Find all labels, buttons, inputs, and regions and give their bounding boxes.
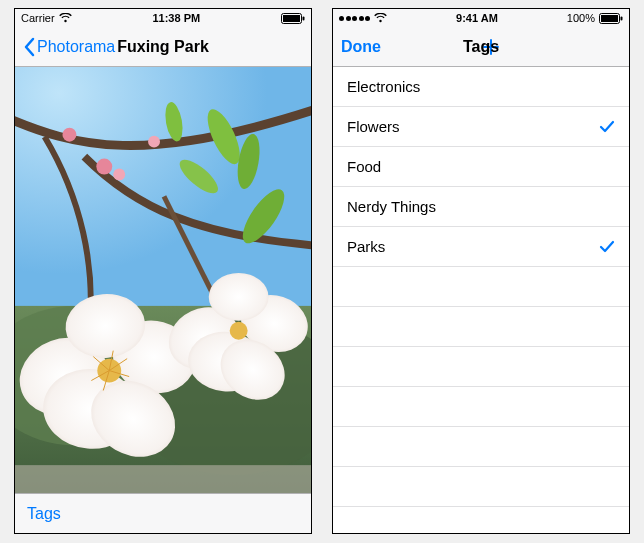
check-icon xyxy=(599,240,615,254)
phone-right: 9:41 AM 100% Done Tags ElectronicsFlower… xyxy=(332,8,630,534)
tag-row-empty xyxy=(333,267,629,307)
check-icon xyxy=(599,120,615,134)
svg-point-33 xyxy=(209,273,269,321)
svg-rect-37 xyxy=(621,16,623,20)
battery-pct-label: 100% xyxy=(567,12,595,24)
carrier-label: Carrier xyxy=(21,12,55,24)
svg-point-14 xyxy=(113,169,125,181)
photo-image xyxy=(15,67,311,493)
wifi-icon xyxy=(59,13,72,23)
chevron-left-icon xyxy=(23,37,35,57)
status-bar: Carrier 11:38 PM xyxy=(15,9,311,27)
tag-label: Parks xyxy=(347,238,385,255)
tag-label: Flowers xyxy=(347,118,400,135)
back-label: Photorama xyxy=(37,38,115,56)
svg-rect-36 xyxy=(601,15,618,22)
tag-row[interactable]: Nerdy Things xyxy=(333,187,629,227)
svg-rect-1 xyxy=(283,15,300,22)
tag-row-empty xyxy=(333,387,629,427)
tag-label: Electronics xyxy=(347,78,420,95)
svg-point-16 xyxy=(148,136,160,148)
svg-point-13 xyxy=(96,159,112,175)
toolbar: Tags xyxy=(15,493,311,533)
tag-row-empty xyxy=(333,347,629,387)
svg-rect-7 xyxy=(15,465,311,493)
nav-bar: Photorama Fuxing Park xyxy=(15,27,311,67)
tag-row[interactable]: Electronics xyxy=(333,67,629,107)
tags-button[interactable]: Tags xyxy=(27,505,61,523)
tag-row[interactable]: Flowers xyxy=(333,107,629,147)
done-button[interactable]: Done xyxy=(341,38,421,56)
status-left: Carrier xyxy=(21,12,72,24)
status-right: 100% xyxy=(567,12,623,24)
svg-point-34 xyxy=(230,322,248,340)
battery-icon xyxy=(599,13,623,24)
nav-bar: Done Tags xyxy=(333,27,629,67)
status-time: 9:41 AM xyxy=(387,12,567,24)
status-bar: 9:41 AM 100% xyxy=(333,9,629,27)
back-button[interactable]: Photorama xyxy=(23,37,115,57)
tag-label: Food xyxy=(347,158,381,175)
status-left xyxy=(339,13,387,23)
status-time: 11:38 PM xyxy=(72,12,281,24)
tag-row-empty xyxy=(333,427,629,467)
done-label: Done xyxy=(341,38,381,56)
signal-dots-icon xyxy=(339,16,370,21)
tag-label: Nerdy Things xyxy=(347,198,436,215)
status-right xyxy=(281,13,305,24)
tag-row[interactable]: Parks xyxy=(333,227,629,267)
tag-row-empty xyxy=(333,307,629,347)
phone-left: Carrier 11:38 PM Photorama Fuxing Park xyxy=(14,8,312,534)
tags-list[interactable]: ElectronicsFlowersFoodNerdy ThingsParks xyxy=(333,67,629,533)
tag-row-empty xyxy=(333,467,629,507)
tag-row[interactable]: Food xyxy=(333,147,629,187)
wifi-icon xyxy=(374,13,387,23)
battery-icon xyxy=(281,13,305,24)
svg-rect-2 xyxy=(303,16,305,20)
svg-point-15 xyxy=(62,128,76,142)
add-button[interactable] xyxy=(481,37,501,57)
